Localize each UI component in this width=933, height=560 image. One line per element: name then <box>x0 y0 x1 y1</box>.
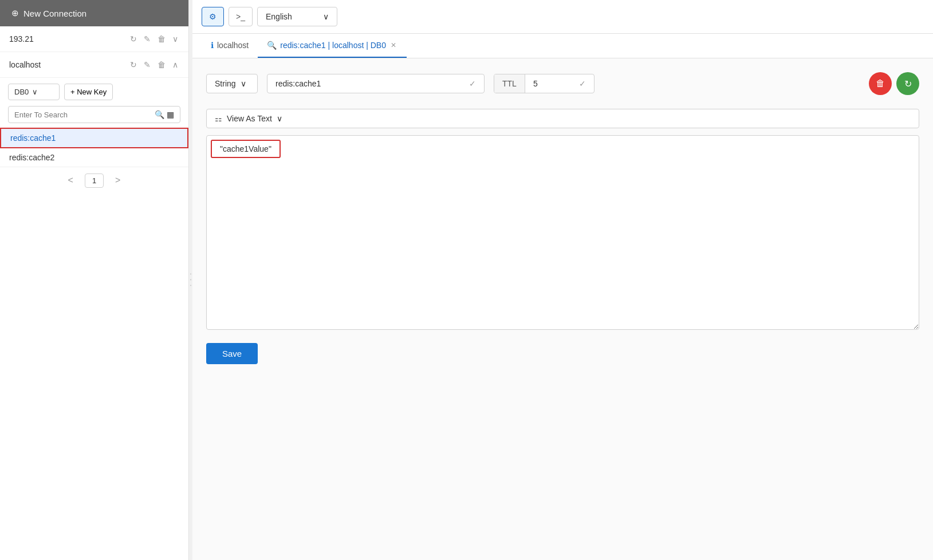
pagination: < 1 > <box>0 167 188 194</box>
view-format-row: ⚏ View As Text ∨ <box>206 109 919 128</box>
language-select[interactable]: English ∨ <box>257 7 337 26</box>
save-button[interactable]: Save <box>206 343 258 364</box>
refresh-connection-btn-localhost[interactable]: ↻ <box>129 59 138 70</box>
connection-header-193: 193.21 ↻ ✎ 🗑 ∨ <box>0 26 188 52</box>
terminal-icon: >_ <box>236 12 245 21</box>
search-input[interactable] <box>14 111 151 119</box>
settings-icon: ⚙ <box>209 12 216 21</box>
search-icon: 🔍 <box>155 110 164 119</box>
key-item-cache1[interactable]: redis:cache1 <box>0 128 188 148</box>
plus-icon: ⊕ <box>11 8 19 18</box>
ttl-check-icon: ✓ <box>579 79 586 88</box>
connection-actions-localhost: ↻ ✎ 🗑 ∧ <box>129 59 179 70</box>
collapse-connection-btn-localhost[interactable]: ∧ <box>171 59 179 70</box>
connection-name-localhost: localhost <box>9 60 41 69</box>
key-name-value: redis:cache1 <box>275 79 321 88</box>
connection-name-193: 193.21 <box>9 34 34 44</box>
refresh-key-button[interactable]: ↻ <box>896 72 919 95</box>
refresh-connection-btn-193[interactable]: ↻ <box>129 33 138 45</box>
current-page: 1 <box>85 173 104 188</box>
action-buttons: 🗑 ↻ <box>869 72 919 95</box>
expand-connection-btn-193[interactable]: ∨ <box>171 33 179 45</box>
ttl-input[interactable]: 5 ✓ <box>525 74 594 93</box>
value-textarea[interactable] <box>206 135 919 330</box>
view-format-icon: ⚏ <box>215 114 222 123</box>
edit-connection-btn-localhost[interactable]: ✎ <box>143 59 152 70</box>
connection-group-localhost: localhost ↻ ✎ 🗑 ∧ DB0 ∨ + New Key 🔍 ▦ <box>0 52 188 194</box>
delete-connection-btn-193[interactable]: 🗑 <box>156 33 167 45</box>
tab-redis-cache1-label: redis:cache1 | localhost | DB0 <box>280 41 386 50</box>
connection-actions-193: ↻ ✎ 🗑 ∨ <box>129 33 179 45</box>
ttl-label: TTL <box>494 74 525 93</box>
terminal-tool-button[interactable]: >_ <box>229 7 253 26</box>
ttl-number: 5 <box>533 79 538 88</box>
search-bar[interactable]: 🔍 ▦ <box>8 106 180 123</box>
next-page-button[interactable]: > <box>111 173 125 188</box>
key-name-field[interactable]: redis:cache1 ✓ <box>267 74 485 93</box>
type-select[interactable]: String ∨ <box>206 74 258 93</box>
search-tab-icon: 🔍 <box>267 41 277 50</box>
new-key-label: + New Key <box>70 88 107 96</box>
tab-redis-cache1[interactable]: 🔍 redis:cache1 | localhost | DB0 ✕ <box>258 34 407 58</box>
key-list: redis:cache1 redis:cache2 <box>0 128 188 167</box>
ttl-group: TTL 5 ✓ <box>494 74 595 93</box>
key-meta-row: String ∨ redis:cache1 ✓ TTL 5 ✓ 🗑 ↻ <box>206 72 919 95</box>
edit-connection-btn-193[interactable]: ✎ <box>143 33 152 45</box>
new-connection-label: New Connection <box>23 9 86 18</box>
view-format-label: View As Text <box>227 114 272 123</box>
tabs-bar: ℹ localhost 🔍 redis:cache1 | localhost |… <box>192 34 933 58</box>
grid-icon: ▦ <box>167 110 174 119</box>
key-check-icon: ✓ <box>469 79 476 88</box>
key-item-cache2[interactable]: redis:cache2 <box>0 148 188 167</box>
value-editor-wrapper: "cache1Value" <box>206 135 919 332</box>
type-dropdown-icon: ∨ <box>241 79 246 88</box>
tab-localhost-label: localhost <box>217 41 249 50</box>
db-value: DB0 <box>14 88 29 96</box>
value-area: "cache1Value" <box>206 135 919 332</box>
save-label: Save <box>222 349 242 358</box>
search-icons: 🔍 ▦ <box>155 110 174 119</box>
refresh-icon: ↻ <box>904 78 912 89</box>
db-dropdown-icon: ∨ <box>32 88 38 96</box>
language-value: English <box>266 12 292 21</box>
sidebar: ⊕ New Connection 193.21 ↻ ✎ 🗑 ∨ localhos… <box>0 0 189 560</box>
connection-group-193: 193.21 ↻ ✎ 🗑 ∨ <box>0 26 188 52</box>
key-name-cache1: redis:cache1 <box>10 133 56 143</box>
key-name-cache2: redis:cache2 <box>9 153 54 162</box>
delete-connection-btn-localhost[interactable]: 🗑 <box>156 59 167 70</box>
tab-close-button[interactable]: ✕ <box>389 41 397 49</box>
main-content: ⚙ >_ English ∨ ℹ localhost 🔍 redis:cache… <box>192 0 933 560</box>
language-dropdown-icon: ∨ <box>323 12 329 21</box>
type-value: String <box>215 79 236 88</box>
settings-tool-button[interactable]: ⚙ <box>202 7 224 26</box>
db-toolbar: DB0 ∨ + New Key <box>0 78 188 106</box>
delete-icon: 🗑 <box>876 78 885 89</box>
new-connection-button[interactable]: ⊕ New Connection <box>0 0 188 26</box>
top-toolbar: ⚙ >_ English ∨ <box>192 0 933 34</box>
content-area: String ∨ redis:cache1 ✓ TTL 5 ✓ 🗑 ↻ <box>192 58 933 560</box>
info-icon: ℹ <box>211 41 214 50</box>
view-format-select[interactable]: ⚏ View As Text ∨ <box>206 109 919 128</box>
db-select[interactable]: DB0 ∨ <box>8 84 60 100</box>
prev-page-button[interactable]: < <box>64 173 78 188</box>
connection-header-localhost: localhost ↻ ✎ 🗑 ∧ <box>0 52 188 78</box>
tab-localhost[interactable]: ℹ localhost <box>202 34 258 58</box>
view-format-dropdown-icon: ∨ <box>277 114 282 123</box>
delete-key-button[interactable]: 🗑 <box>869 72 892 95</box>
new-key-button[interactable]: + New Key <box>64 84 113 100</box>
